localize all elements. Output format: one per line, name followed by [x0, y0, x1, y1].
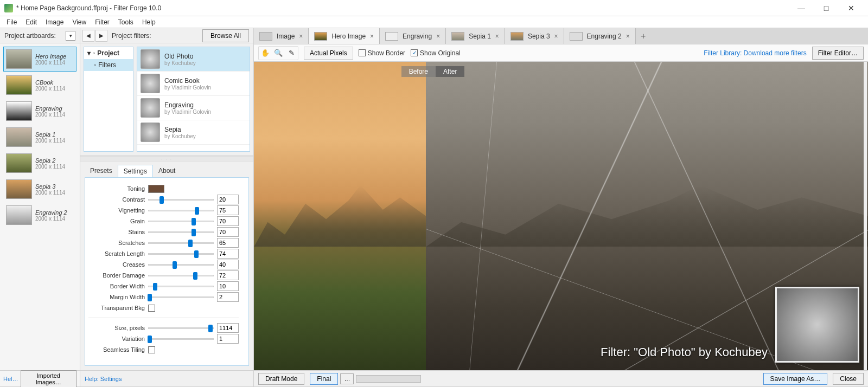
zoom-tool-icon[interactable]: 🔍	[273, 48, 284, 59]
border-width-value[interactable]	[217, 281, 239, 291]
tree-root-project[interactable]: ▾ ▫ Project	[84, 47, 133, 59]
hand-tool-icon[interactable]: ✋	[260, 48, 271, 59]
stains-value[interactable]	[217, 227, 239, 237]
menu-image[interactable]: Image	[41, 17, 68, 27]
artboards-menu-button[interactable]: ▾	[66, 31, 75, 41]
close-tab-icon[interactable]: ×	[299, 33, 303, 40]
show-original-checkbox[interactable]: ✓ Show Original	[411, 49, 461, 57]
artboard-item[interactable]: Engraving 2000 x 1114	[3, 99, 76, 124]
variation-slider[interactable]	[148, 335, 214, 343]
seamless-tiling-checkbox[interactable]	[148, 346, 155, 353]
scratches-value[interactable]	[217, 238, 239, 248]
creases-slider[interactable]	[148, 261, 214, 268]
close-tab-icon[interactable]: ×	[495, 33, 499, 40]
new-tab-button[interactable]: +	[636, 28, 651, 44]
margin-width-label: Margin Width	[88, 294, 148, 300]
filter-item[interactable]: Engraving by Vladimir Golovin	[137, 96, 250, 120]
show-border-checkbox[interactable]: Show Border	[359, 49, 405, 57]
document-tab[interactable]: Sepia 3 ×	[505, 28, 564, 44]
draft-mode-button[interactable]: Draft Mode	[258, 373, 304, 385]
document-tab[interactable]: Hero Image ×	[309, 28, 380, 44]
nav-forward-button[interactable]: ▶	[95, 30, 107, 42]
document-tab[interactable]: Sepia 1 ×	[446, 28, 505, 44]
box-icon: ▫	[93, 49, 95, 57]
final-button[interactable]: Final	[310, 373, 338, 385]
eyedropper-tool-icon[interactable]: ✎	[286, 48, 297, 59]
tree-leaf-filters[interactable]: ▫ Filters	[84, 59, 133, 71]
menu-help[interactable]: Help	[138, 17, 160, 27]
minimize-button[interactable]: —	[789, 0, 814, 16]
artboard-dimensions: 2000 x 1114	[35, 216, 74, 222]
filter-item[interactable]: Comic Book by Vladimir Golovin	[137, 72, 250, 96]
menu-view[interactable]: View	[68, 17, 91, 27]
contrast-value[interactable]	[217, 195, 239, 204]
document-tab[interactable]: Engraving 2 ×	[564, 28, 636, 44]
artboard-item[interactable]: Sepia 1 2000 x 1114	[3, 125, 76, 150]
close-tab-icon[interactable]: ×	[626, 33, 630, 40]
margin-width-value[interactable]	[217, 292, 239, 302]
tab-presets[interactable]: Presets	[85, 165, 118, 177]
actual-pixels-button[interactable]: Actual Pixels	[304, 47, 353, 60]
close-tab-icon[interactable]: ×	[436, 33, 440, 40]
tab-settings[interactable]: Settings	[118, 165, 153, 177]
help-settings-link[interactable]: Help: Settings	[80, 370, 253, 386]
save-image-button[interactable]: Save Image As…	[763, 373, 828, 385]
final-options-button[interactable]: …	[340, 373, 354, 384]
filter-editor-button[interactable]: Filter Editor…	[812, 47, 864, 60]
maximize-button[interactable]: □	[814, 0, 839, 16]
preset-thumbnail[interactable]	[775, 287, 859, 363]
transparent-bkg-label: Transparent Bkg	[88, 305, 148, 311]
artboard-item[interactable]: Engraving 2 2000 x 1114	[3, 203, 76, 228]
artboard-item[interactable]: Sepia 2 2000 x 1114	[3, 151, 76, 176]
grain-value[interactable]	[217, 216, 239, 226]
splitter-handle[interactable]: · · ·	[80, 157, 253, 162]
variation-label: Variation	[88, 336, 148, 342]
grain-slider[interactable]	[148, 217, 214, 225]
menu-file[interactable]: File	[2, 17, 21, 27]
artboard-item[interactable]: CBook 2000 x 1114	[3, 73, 76, 98]
vignetting-slider[interactable]	[148, 207, 214, 214]
menu-tools[interactable]: Tools	[114, 17, 138, 27]
preview-canvas[interactable]: Before After Filter: "Old Photo" by Koch…	[254, 62, 868, 370]
scratch-length-value[interactable]	[217, 249, 239, 259]
nav-back-button[interactable]: ◀	[82, 30, 94, 42]
artboard-item[interactable]: Hero Image 2000 x 1114	[3, 47, 76, 72]
toning-color-swatch[interactable]	[148, 185, 164, 193]
border-width-slider[interactable]	[148, 282, 214, 290]
creases-value[interactable]	[217, 260, 239, 269]
border-damage-value[interactable]	[217, 270, 239, 280]
transparent-bkg-checkbox[interactable]	[148, 305, 155, 312]
close-window-button[interactable]: ✕	[839, 0, 864, 16]
browse-all-button[interactable]: Browse All	[202, 29, 249, 42]
stains-slider[interactable]	[148, 228, 214, 236]
filter-library-link[interactable]: Filter Library: Download more filters	[704, 49, 806, 57]
scratch-length-slider[interactable]	[148, 250, 214, 257]
variation-value[interactable]	[217, 334, 239, 344]
contrast-slider[interactable]	[148, 196, 214, 203]
close-button[interactable]: Close	[833, 373, 864, 385]
tab-about[interactable]: About	[153, 165, 181, 177]
help-link[interactable]: Hel…	[3, 376, 18, 382]
scratches-slider[interactable]	[148, 239, 214, 247]
close-tab-icon[interactable]: ×	[554, 33, 558, 40]
menu-edit[interactable]: Edit	[21, 17, 41, 27]
filter-item[interactable]: Old Photo by Kochubey	[137, 47, 250, 72]
artboard-item[interactable]: Sepia 3 2000 x 1114	[3, 177, 76, 202]
size-pixels-value[interactable]	[217, 323, 239, 333]
menu-filter[interactable]: Filter	[91, 17, 114, 27]
vignetting-value[interactable]	[217, 205, 239, 215]
render-progress	[356, 375, 421, 383]
size-pixels-slider[interactable]	[148, 324, 214, 332]
compare-labels: Before After	[401, 66, 465, 77]
border-damage-slider[interactable]	[148, 272, 214, 279]
close-tab-icon[interactable]: ×	[370, 33, 374, 40]
document-tab[interactable]: Engraving ×	[380, 28, 446, 44]
artboards-header: Project artboards:	[4, 32, 56, 40]
filter-thumbnail-icon	[141, 122, 160, 142]
document-tabs: Image × Hero Image × Engraving × Sepia 1…	[254, 28, 868, 44]
document-tab[interactable]: Image ×	[254, 28, 309, 44]
imported-images-button[interactable]: Imported Images…	[21, 370, 76, 388]
margin-width-slider[interactable]	[148, 293, 214, 301]
status-bar: Draft Mode Final … Save Image As… Close	[254, 370, 868, 386]
filter-item[interactable]: Sepia by Kochubey	[137, 120, 250, 145]
